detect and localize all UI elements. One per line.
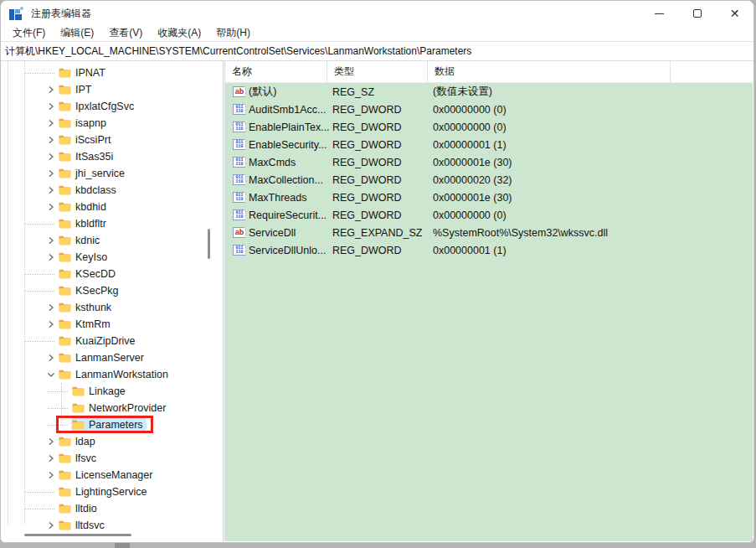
tree-node-content[interactable]: KSecDD [58,267,119,281]
tree-item-ItSas35i[interactable]: ItSas35i [1,148,208,165]
tree-item-LightingService[interactable]: LightingService [1,483,208,500]
tree-node-content[interactable]: KeyIso [58,251,111,264]
tree-item-label: IPT [75,84,91,96]
tree-vertical-scrollbar[interactable] [208,229,210,259]
tree-item-LicenseManager[interactable]: LicenseManager [1,467,208,483]
tree-node-content[interactable]: lltdsvc [58,519,108,532]
tree-item-Linkage[interactable]: Linkage [1,383,208,400]
column-header-data[interactable]: 数据 [428,61,671,82]
tree-item-ksthunk[interactable]: ksthunk [1,299,208,316]
tree-node-content[interactable]: isapnp [58,116,110,130]
tree-item-KSecDD[interactable]: KSecDD [1,266,208,282]
registry-value-row[interactable]: abServiceDllREG_EXPAND_SZ%SystemRoot%\Sy… [225,224,753,241]
tree-node-content[interactable]: lfsvc [58,452,100,465]
tree-item-NetworkProvider[interactable]: NetworkProvider [1,400,208,416]
tree-item-KtmRm[interactable]: KtmRm [1,316,208,333]
tree-node-content[interactable]: LanmanWorkstation [58,368,172,381]
close-button[interactable]: ✕ [716,1,753,26]
address-input[interactable] [1,42,753,60]
chevron-right-icon[interactable] [44,150,58,163]
tree-item-lltdio[interactable]: lltdio [1,500,208,517]
chevron-right-icon[interactable] [44,116,58,130]
tree-node-content[interactable]: iScsiPrt [58,133,114,147]
tree-node-content[interactable]: kbdclass [58,184,120,197]
tree-item-IPNAT[interactable]: IPNAT [1,65,208,81]
tree-node-content[interactable]: ItSas35i [58,150,116,163]
chevron-right-icon[interactable] [44,200,58,214]
tree-node-content[interactable]: KtmRm [58,318,114,331]
chevron-right-icon[interactable] [44,435,58,448]
tree-node-content[interactable]: KSecPkg [58,284,121,297]
tree-item-LanmanWorkstation[interactable]: LanmanWorkstation [1,366,208,383]
registry-value-row[interactable]: 011110EnablePlainTex...REG_DWORD0x000000… [225,118,753,136]
tree-node-content[interactable]: Parameters [71,418,147,432]
chevron-right-icon[interactable] [44,184,58,197]
tree-node-content[interactable]: LicenseManager [58,468,156,482]
tree-node-content[interactable]: LanmanServer [58,351,147,364]
tree-node-content[interactable]: jhi_service [58,167,128,180]
tree-item-iScsiPrt[interactable]: iScsiPrt [1,132,208,148]
chevron-down-icon[interactable] [44,368,58,381]
tree-item-IPT[interactable]: IPT [1,81,208,98]
folder-icon [59,487,71,497]
tree-item-isapnp[interactable]: isapnp [1,115,208,132]
tree-item-Parameters[interactable]: Parameters [1,416,208,433]
menu-help[interactable]: 帮助(H) [208,25,258,42]
tree-item-kdnic[interactable]: kdnic [1,232,208,249]
chevron-right-icon[interactable] [44,351,58,364]
chevron-right-icon[interactable] [44,452,58,465]
chevron-right-icon[interactable] [44,519,58,532]
menu-edit[interactable]: 编辑(E) [53,25,101,42]
chevron-right-icon[interactable] [44,318,58,331]
registry-value-row[interactable]: 011110ServiceDllUnlo...REG_DWORD0x000000… [225,241,753,259]
menu-file[interactable]: 文件(F) [5,25,53,42]
tree-node-content[interactable]: ksthunk [58,301,115,314]
registry-value-row[interactable]: 011110MaxCmdsREG_DWORD0x0000001e (30) [225,153,753,171]
tree-item-kbldfltr[interactable]: kbldfltr [1,215,208,232]
registry-value-row[interactable]: 011110EnableSecurity...REG_DWORD0x000000… [225,136,753,153]
tree-item-KSecPkg[interactable]: KSecPkg [1,282,208,299]
tree-node-content[interactable]: lltdio [58,502,100,515]
registry-value-row[interactable]: 011110RequireSecurit...REG_DWORD0x000000… [225,206,753,224]
chevron-right-icon[interactable] [44,83,58,96]
tree-horizontal-scrollbar[interactable] [24,534,131,536]
maximize-button[interactable] [678,1,716,26]
registry-value-row[interactable]: 011110AuditSmb1Acc...REG_DWORD0x00000000… [225,101,753,118]
tree-item-ldap[interactable]: ldap [1,433,208,450]
tree-node-content[interactable]: IPNAT [58,66,109,80]
menu-view[interactable]: 查看(V) [101,25,150,42]
tree-node-content[interactable]: Linkage [71,385,129,398]
column-header-name[interactable]: 名称 [225,61,327,82]
tree-node-content[interactable]: LightingService [58,485,150,499]
tree-item-lltdsvc[interactable]: lltdsvc [1,517,208,534]
tree-node-content[interactable]: kdnic [58,234,103,247]
chevron-right-icon[interactable] [44,301,58,314]
tree-node-content[interactable]: KuaiZipDrive [58,334,139,348]
tree-item-LanmanServer[interactable]: LanmanServer [1,349,208,366]
tree-item-KuaiZipDrive[interactable]: KuaiZipDrive [1,333,208,349]
tree-node-content[interactable]: ldap [58,435,99,448]
column-header-type[interactable]: 类型 [327,61,428,82]
chevron-right-icon[interactable] [44,234,58,247]
registry-value-row[interactable]: 011110MaxCollection...REG_DWORD0x0000002… [225,171,753,189]
chevron-right-icon[interactable] [44,167,58,180]
tree-node-content[interactable]: kbdhid [58,200,110,214]
tree-node-content[interactable]: kbldfltr [58,217,110,230]
chevron-right-icon[interactable] [44,133,58,147]
tree-item-lfsvc[interactable]: lfsvc [1,450,208,467]
menu-favorites[interactable]: 收藏夹(A) [150,25,208,42]
registry-value-row[interactable]: ab(默认)REG_SZ(数值未设置) [225,83,753,101]
tree-item-KeyIso[interactable]: KeyIso [1,249,208,266]
chevron-right-icon[interactable] [44,251,58,264]
tree-node-content[interactable]: IPT [58,83,95,96]
tree-item-IpxlatCfgSvc[interactable]: IpxlatCfgSvc [1,98,208,115]
chevron-right-icon[interactable] [44,468,58,482]
tree-node-content[interactable]: NetworkProvider [71,401,169,415]
chevron-right-icon[interactable] [44,100,58,113]
registry-value-row[interactable]: 011110MaxThreadsREG_DWORD0x0000001e (30) [225,189,753,206]
tree-item-kbdclass[interactable]: kbdclass [1,182,208,199]
tree-node-content[interactable]: IpxlatCfgSvc [58,100,137,113]
tree-item-kbdhid[interactable]: kbdhid [1,199,208,215]
minimize-button[interactable] [640,1,678,26]
tree-item-jhi_service[interactable]: jhi_service [1,165,208,182]
